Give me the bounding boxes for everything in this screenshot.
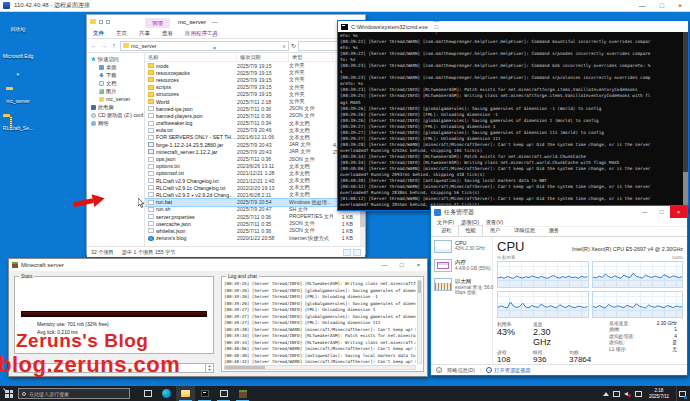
rdp-maximize-button[interactable]: □ [660, 2, 664, 9]
folder[interactable]: scripts 2025/7/9 19:15 文件夹 [145, 84, 365, 91]
recycle[interactable]: 回收站 [2, 17, 34, 35]
rdp-close-button[interactable]: × [678, 2, 682, 9]
folder[interactable]: mc_server [87, 95, 144, 103]
mcserver-maximize-button[interactable]: □ [393, 259, 410, 271]
taskmgr-maximize-button[interactable]: □ [653, 206, 670, 218]
ribbon-tab[interactable]: 共享 [133, 30, 156, 37]
pic[interactable]: 图片 [87, 87, 144, 95]
file[interactable]: optionsof.txt 2021/12/21 1:28 文本文档 2 KB [145, 170, 365, 177]
desk[interactable]: 桌面 [87, 63, 144, 71]
folder[interactable]: structures 2025/7/9 19:15 文件夹 [145, 91, 365, 98]
folder[interactable]: resources 2025/7/9 19:15 文件夹 [145, 76, 365, 83]
ribbon-tab-manage[interactable]: 管理 [145, 18, 170, 28]
explorer-minimize-button[interactable]: — [206, 15, 223, 28]
file[interactable]: whitelist.json 2025/7/11 0:36 JSON 文件 1 … [145, 227, 365, 234]
taskbar-search-input[interactable]: 在此键入进行搜索 [18, 388, 130, 399]
open-resource-monitor-link[interactable]: ◔ 打开资源监视器 [486, 367, 530, 374]
taskmgr-tab[interactable]: 服务 [542, 225, 566, 236]
mem-thumb[interactable]: 内存 4.4/8.0 GB (55%) [434, 259, 492, 272]
taskmgr-close-button[interactable]: × [670, 206, 687, 218]
zipfolder[interactable]: RLCraft_Se... [2, 116, 34, 134]
file[interactable]: run.bat 2025/7/9 20:54 Windows 批处理... 1 … [145, 199, 365, 206]
breadcrumb[interactable]: mc_server ∨ [120, 41, 289, 51]
quick-access-toolbar[interactable] [87, 15, 145, 28]
rdp-minimize-button[interactable]: — [639, 2, 646, 9]
up-icon[interactable]: ↑ [110, 42, 118, 49]
mcserver-close-button[interactable]: × [410, 259, 427, 271]
thumbnail-view-icon[interactable] [353, 249, 361, 256]
jar[interactable]: minecraft_server.1.12.2.jar 2025/7/9 20:… [145, 148, 365, 155]
forward-icon[interactable]: → [100, 42, 108, 49]
column-header-date[interactable]: 修改日期 [237, 53, 289, 61]
column-header-type[interactable]: 类型 [289, 53, 333, 61]
cmd-titlebar[interactable]: C:\Windows\system32\cmd.exe — □ × [338, 21, 688, 32]
file[interactable]: run.sh 2025/7/9 20:47 SH 文件 1 KB [145, 206, 365, 213]
file[interactable]: RLCraft v2.9 Changelog.txt 2021/12/21 1:… [145, 177, 365, 184]
taskmgr-minimize-button[interactable]: — [636, 206, 653, 218]
ribbon-tab-apptools[interactable]: 应用程序工具 [179, 30, 224, 37]
down[interactable]: 下载 [87, 71, 144, 79]
qat-properties-icon[interactable] [106, 20, 110, 24]
file[interactable]: ops.json 2025/7/11 0:36 JSON 文件 1 KB [145, 155, 365, 162]
explorer-icon[interactable] [176, 386, 195, 401]
star[interactable]: 快速访问 [87, 55, 144, 63]
fewer-details-button[interactable]: 简略信息(D) [447, 367, 475, 374]
mcserver-minimize-button[interactable]: — [376, 259, 393, 271]
mcserver-titlebar[interactable]: Minecraft server — □ × [9, 259, 427, 271]
cmd-scrollbar[interactable] [683, 32, 688, 210]
spinner-buttons[interactable]: ▲▼ [205, 364, 213, 372]
net[interactable]: 网络 [87, 119, 144, 127]
pc[interactable]: 此电脑 [87, 103, 144, 111]
ime-icon[interactable] [635, 391, 642, 397]
file[interactable]: eula.txt 2025/7/9 20:46 文本文档 1 KB [145, 127, 365, 134]
doc[interactable]: 文档 [87, 79, 144, 87]
cmd-app-icon[interactable] [195, 386, 214, 401]
chevron-down-icon[interactable]: ∨ [282, 43, 286, 49]
details-view-icon[interactable] [343, 249, 351, 256]
taskbar-clock[interactable]: 2:18 2025/7/11 [646, 388, 672, 399]
file[interactable]: banned-players.json 2025/7/11 0:36 JSON … [145, 112, 365, 119]
jar[interactable]: forge-1.12.2-14.23.5.2860.jar 2025/7/9 2… [145, 141, 365, 148]
file[interactable]: crafttweaker.log 2025/7/11 0:34 文本文档 0 K… [145, 120, 365, 127]
refresh-icon[interactable]: ↻ [291, 42, 296, 49]
tray-expand-icon[interactable] [603, 392, 609, 396]
taskmgr-tab[interactable]: 进程 [434, 225, 458, 236]
cpu-thumb[interactable]: CPU 43% 2.30 GHz [434, 240, 492, 253]
qat-customize-icon[interactable] [99, 20, 103, 24]
column-header-name[interactable]: 名称 [145, 53, 237, 61]
network-icon[interactable] [613, 391, 620, 397]
file[interactable]: usercache.json 2025/7/11 0:35 JSON 文件 1 … [145, 220, 365, 227]
java-icon[interactable] [233, 386, 252, 401]
file[interactable]: server.properties 2025/7/11 0:36 PROPERT… [145, 213, 365, 220]
cd[interactable]: CD 驱动器 (Z:) conf... [87, 111, 144, 119]
taskmgr-titlebar[interactable]: 任务管理器 — □ × [431, 206, 687, 218]
taskmgr-app-icon[interactable] [214, 386, 233, 401]
eth-thumb[interactable]: 以太网 external 发送: 56.0 Kbps 接收: [434, 278, 492, 295]
file[interactable]: RLCraft v2.9.1c Changelog.txt 2022/2/20 … [145, 184, 365, 191]
folder[interactable]: World 2025/7/11 2:18 文件夹 [145, 98, 365, 105]
file[interactable]: banned-ips.json 2025/7/11 0:36 JSON 文件 1… [145, 105, 365, 112]
file[interactable]: options.txt 2023/6/26 13:11 文本文档 5 KB [145, 163, 365, 170]
link[interactable]: zeruns's blog 2020/1/22 20:58 Internet 快… [145, 235, 365, 242]
breadcrumb-path[interactable]: mc_server [131, 43, 157, 49]
taskmgr-tab[interactable]: 用户 [483, 225, 507, 236]
folder[interactable]: mc_server [2, 89, 34, 107]
log-vscrollbar[interactable] [417, 280, 422, 364]
edge-app-icon[interactable] [157, 386, 176, 401]
volume-muted-icon[interactable] [624, 391, 631, 397]
file[interactable]: 文件 [87, 30, 110, 37]
taskmgr-tab[interactable]: 详细信息 [507, 225, 542, 236]
edge[interactable]: Microsoft Edge [2, 44, 34, 80]
file[interactable]: FOR SERVERS ONLY - SET THESE IN ... 2021… [145, 134, 365, 141]
back-icon[interactable]: ← [90, 42, 98, 49]
file[interactable]: RLCraft v2.9.3 + v2.9.2d Changelog.txt 2… [145, 191, 365, 198]
action-center-button[interactable] [676, 386, 688, 401]
folder[interactable]: resourcepacks 2025/7/9 19:15 文件夹 [145, 69, 365, 76]
explorer-titlebar[interactable]: 管理 mc_server — □ × [87, 15, 365, 28]
ribbon-tab[interactable]: 主页 [110, 30, 133, 37]
log-hscrollbar[interactable] [224, 365, 416, 370]
ribbon-tab[interactable]: 查看 [156, 30, 179, 37]
folder[interactable]: mods 2025/7/9 19:15 文件夹 [145, 62, 365, 69]
taskmgr-tab[interactable]: 性能 [458, 225, 482, 236]
taskview-icon[interactable] [138, 386, 157, 401]
